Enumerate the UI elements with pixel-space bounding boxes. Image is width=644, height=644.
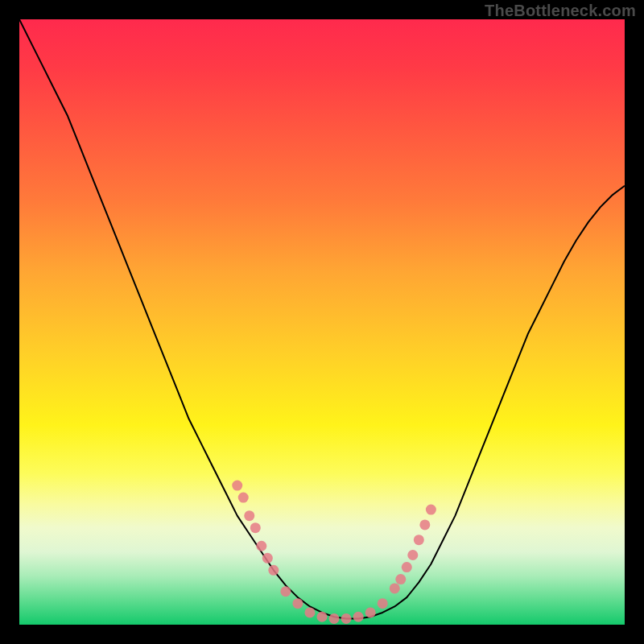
chart-marker (402, 562, 412, 572)
chart-frame: TheBottleneck.com (0, 0, 644, 644)
chart-marker (268, 565, 279, 576)
chart-marker (256, 541, 266, 551)
watermark-text: TheBottleneck.com (485, 2, 636, 20)
chart-curve (19, 19, 625, 618)
chart-marker (250, 522, 261, 533)
chart-marker (304, 607, 315, 617)
chart-marker (232, 481, 242, 491)
chart-svg (19, 19, 625, 625)
chart-marker (378, 598, 388, 609)
chart-marker (390, 583, 400, 593)
chart-marker (395, 574, 406, 584)
chart-marker (329, 613, 340, 624)
plot-area (19, 19, 625, 625)
chart-marker (419, 519, 430, 530)
chart-marker (292, 598, 303, 609)
chart-marker (244, 510, 254, 521)
chart-marker (280, 586, 291, 597)
chart-marker (262, 553, 273, 564)
chart-marker (317, 612, 328, 622)
chart-marker (414, 535, 424, 545)
chart-marker (407, 550, 418, 560)
chart-marker (238, 493, 249, 503)
chart-marker (341, 613, 352, 624)
chart-marker (353, 612, 364, 622)
chart-marker (426, 505, 436, 515)
chart-marker (365, 607, 376, 617)
